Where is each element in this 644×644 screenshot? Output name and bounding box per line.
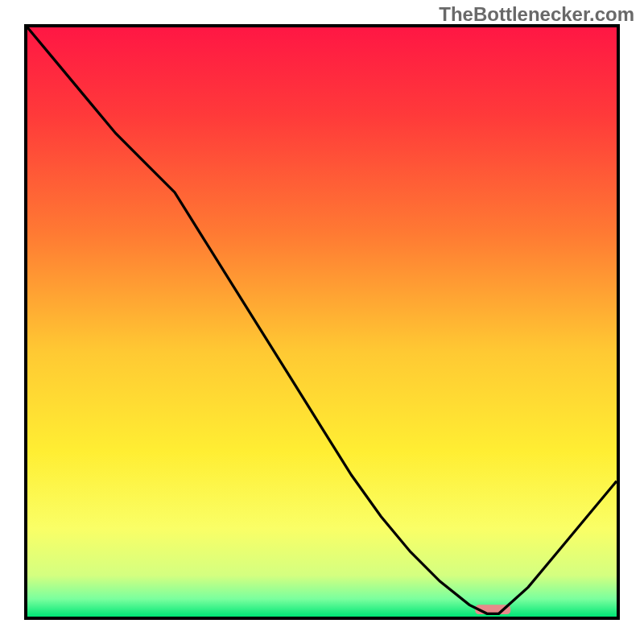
curve-layer [27, 27, 617, 617]
watermark-text: TheBottlenecker.com [439, 3, 634, 26]
bottleneck-curve [27, 27, 617, 613]
chart-container: TheBottlenecker.com [0, 0, 644, 644]
plot-area [24, 24, 620, 620]
